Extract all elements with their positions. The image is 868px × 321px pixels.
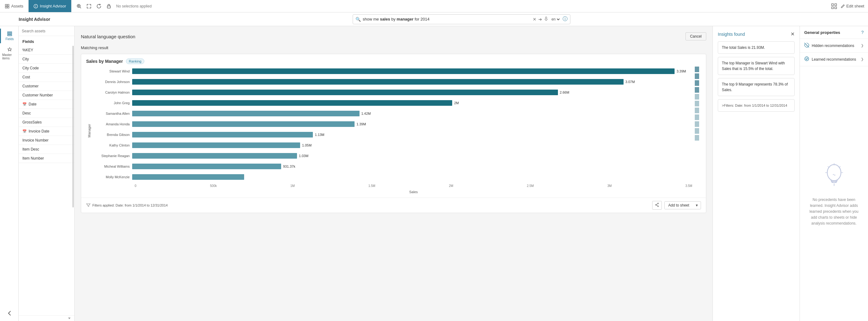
search-submit-btn[interactable]: ➔ bbox=[538, 17, 542, 22]
svg-point-18 bbox=[805, 57, 809, 61]
svg-rect-13 bbox=[7, 33, 12, 34]
grid-view-btn[interactable] bbox=[830, 2, 838, 10]
field-item-customer[interactable]: Customer bbox=[19, 82, 74, 91]
share-btn[interactable] bbox=[652, 201, 662, 210]
svg-rect-2 bbox=[5, 6, 7, 8]
general-props-title: General properties bbox=[804, 30, 840, 35]
add-to-sheet-btn[interactable]: Add to sheet bbox=[664, 201, 693, 209]
ranking-badge: Ranking bbox=[126, 59, 144, 64]
field-item-invoice-date[interactable]: 📅 Invoice Date bbox=[19, 127, 74, 136]
mini-bar bbox=[695, 73, 699, 79]
field-label-gross-sales: GrossSales bbox=[22, 120, 42, 124]
scroll-bar[interactable] bbox=[72, 46, 74, 207]
sidebar-item-master-items[interactable]: Master items bbox=[0, 44, 18, 63]
fields-search-input[interactable] bbox=[22, 29, 71, 33]
bar-row: Dennis Johnson3.07M bbox=[95, 77, 692, 87]
bar-value: 931.37k bbox=[283, 165, 295, 168]
zoom-icon-btn[interactable] bbox=[75, 2, 83, 10]
top-right: Edit sheet bbox=[826, 2, 868, 10]
x-axis-tick: 2.5M bbox=[527, 184, 534, 188]
bar bbox=[132, 153, 297, 159]
master-items-label: Master items bbox=[2, 53, 17, 60]
bar-chart: Stewart Wind3.39MDennis Johnson3.07MCaro… bbox=[95, 67, 692, 182]
bar-row: Stephanie Reagan1.03M bbox=[95, 151, 692, 160]
fields-label: Fields bbox=[6, 37, 14, 41]
close-insights-btn[interactable]: ✕ bbox=[790, 31, 795, 37]
mini-bars bbox=[695, 67, 701, 195]
mic-icon bbox=[544, 17, 548, 21]
expand-icon-btn[interactable] bbox=[85, 2, 93, 10]
mic-btn[interactable] bbox=[544, 17, 548, 22]
bar bbox=[132, 121, 354, 127]
mini-bar bbox=[695, 80, 699, 86]
tab-assets[interactable]: Assets bbox=[0, 0, 29, 12]
bar-value: 1.42M bbox=[361, 112, 371, 116]
svg-rect-10 bbox=[835, 7, 837, 9]
field-item-city-code[interactable]: City Code bbox=[19, 64, 74, 73]
field-item-date[interactable]: 📅 Date bbox=[19, 100, 74, 109]
bar bbox=[132, 164, 281, 169]
bar bbox=[132, 142, 300, 148]
sidebar-item-fields[interactable]: Fields bbox=[0, 29, 18, 43]
filter-icon bbox=[86, 203, 91, 207]
clear-search-btn[interactable]: ✕ bbox=[533, 17, 536, 22]
bar-label: Micheal Williams bbox=[95, 165, 132, 168]
search-bar[interactable]: 🔍 show me sales by manager for 2014 ✕ ➔ … bbox=[353, 14, 570, 24]
fields-scroll[interactable]: %KEY City City Code Cost Customer Custom… bbox=[19, 46, 74, 315]
mini-bar bbox=[695, 87, 699, 93]
insights-title: Insights found bbox=[718, 32, 745, 37]
assets-label: Assets bbox=[11, 4, 23, 8]
matching-result-label: Matching result bbox=[81, 45, 706, 50]
field-item-item-number[interactable]: Item Number bbox=[19, 154, 74, 163]
insight-card-1: The total Sales is 21.93M. bbox=[718, 41, 795, 54]
bar-label: Stephanie Reagan bbox=[95, 154, 132, 158]
insight-advisor-title: Insight Advisor bbox=[19, 17, 55, 22]
scroll-down-arrow[interactable] bbox=[68, 318, 71, 319]
top-controls: No selections applied bbox=[71, 2, 827, 10]
x-axis-tick: 3M bbox=[608, 184, 612, 188]
mini-bar bbox=[695, 135, 699, 140]
language-select[interactable]: en bbox=[550, 17, 561, 22]
hidden-recommendations-item[interactable]: Hidden recommendations ❯ bbox=[800, 39, 868, 53]
filter-info: Filters applied: Date: from 1/1/2014 to … bbox=[86, 203, 167, 207]
lock-icon-btn[interactable] bbox=[105, 2, 113, 10]
info-icon[interactable]: ⓘ bbox=[563, 16, 567, 22]
svg-rect-12 bbox=[7, 32, 12, 33]
field-item-key[interactable]: %KEY bbox=[19, 46, 74, 55]
filter-note-text: >Filters: Date: from 1/1/2014 to 12/31/2… bbox=[722, 104, 787, 107]
rotate-icon-btn[interactable] bbox=[95, 2, 103, 10]
collapse-panel-btn[interactable] bbox=[0, 308, 18, 319]
field-item-item-desc[interactable]: Item Desc bbox=[19, 145, 74, 154]
share-icon bbox=[655, 203, 659, 207]
field-item-gross-sales[interactable]: GrossSales bbox=[19, 118, 74, 127]
svg-rect-11 bbox=[546, 17, 547, 19]
mini-bar bbox=[695, 94, 699, 100]
rotate-icon bbox=[96, 4, 101, 9]
field-item-desc[interactable]: Desc bbox=[19, 109, 74, 118]
far-right-panel: General properties ? Hidden recommendati… bbox=[800, 26, 868, 321]
field-item-city[interactable]: City bbox=[19, 55, 74, 64]
x-axis-tick: 500k bbox=[210, 184, 217, 188]
insight-text-2: The top Manager is Stewart Wind with Sal… bbox=[722, 61, 785, 71]
cancel-btn[interactable]: Cancel bbox=[685, 32, 706, 40]
fields-search-area bbox=[19, 26, 74, 36]
field-item-customer-number[interactable]: Customer Number bbox=[19, 91, 74, 100]
assets-icon bbox=[5, 4, 9, 8]
svg-rect-3 bbox=[7, 6, 9, 8]
tab-insight-advisor[interactable]: Insight Advisor bbox=[29, 0, 71, 12]
chart-area: Manager Stewart Wind3.39MDennis Johnson3… bbox=[81, 67, 706, 197]
bar-row: Amanda Honda1.39M bbox=[95, 120, 692, 129]
rec-left-hidden: Hidden recommendations bbox=[804, 43, 854, 49]
field-item-invoice-number[interactable]: Invoice Number bbox=[19, 136, 74, 145]
bar-container: 1.39M bbox=[132, 121, 692, 127]
add-to-sheet-dropdown-btn[interactable]: ▼ bbox=[693, 202, 701, 209]
help-icon[interactable]: ? bbox=[861, 30, 864, 35]
field-label-city-code: City Code bbox=[22, 66, 39, 70]
invoice-date-calendar-icon: 📅 bbox=[22, 129, 27, 133]
field-item-cost[interactable]: Cost bbox=[19, 73, 74, 82]
learned-recommendations-item[interactable]: Learned recommendations ❯ bbox=[800, 53, 868, 66]
bar-label: Molly McKenzie bbox=[95, 175, 132, 179]
field-label-item-number: Item Number bbox=[22, 156, 44, 160]
edit-sheet-btn[interactable]: Edit sheet bbox=[841, 4, 864, 8]
x-axis-tick: 2M bbox=[449, 184, 453, 188]
